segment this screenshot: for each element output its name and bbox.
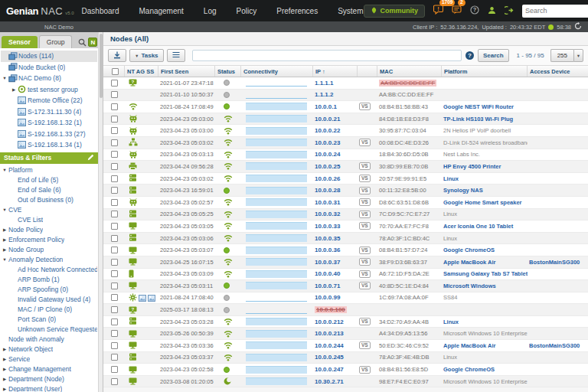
column-header-first[interactable]: First Seen bbox=[158, 66, 215, 77]
row-checkbox[interactable] bbox=[111, 294, 118, 301]
vs-badge[interactable]: VS bbox=[359, 282, 371, 289]
filter-item[interactable]: ARP Bomb (1) bbox=[1, 275, 97, 285]
caret-right-icon[interactable]: ▶ bbox=[1, 347, 8, 351]
filter-item[interactable]: MAC / IP Clone (0) bbox=[1, 305, 97, 315]
ip-link[interactable]: 10.0.0.33 bbox=[315, 223, 340, 230]
vs-badge[interactable]: VS bbox=[359, 198, 371, 206]
ip-link[interactable]: 10.0.0.23 bbox=[315, 139, 340, 146]
filter-item[interactable]: ▼Platform bbox=[1, 165, 97, 175]
ip-link[interactable]: 10.0.0.35 bbox=[315, 235, 340, 242]
messages-button[interactable]: 2 bbox=[452, 4, 462, 18]
ip-link[interactable]: 10.0.0.24 bbox=[315, 151, 340, 158]
caret-down-icon[interactable]: ▼ bbox=[1, 257, 8, 262]
platform-value[interactable]: Apple MacBook Air bbox=[443, 259, 495, 266]
platform-value[interactable]: Apple MacBook Air bbox=[443, 342, 495, 349]
row-checkbox[interactable] bbox=[111, 378, 118, 385]
view-options-button[interactable] bbox=[167, 49, 185, 62]
filter-item[interactable]: ▶Node Policy bbox=[1, 225, 97, 235]
row-checkbox[interactable] bbox=[111, 235, 118, 242]
column-header-access[interactable]: Access Device bbox=[528, 66, 588, 77]
export-button[interactable] bbox=[108, 49, 126, 62]
tree-item[interactable]: S-192.168.1.32 (1) bbox=[1, 117, 97, 129]
row-checkbox[interactable] bbox=[111, 151, 118, 158]
ip-link[interactable]: 10.0.0.32 bbox=[315, 211, 340, 217]
nav-policy[interactable]: Policy bbox=[237, 7, 257, 15]
tree-search-tool[interactable] bbox=[77, 38, 87, 47]
row-checkbox[interactable] bbox=[111, 139, 118, 146]
row-checkbox[interactable] bbox=[111, 127, 118, 134]
row-checkbox[interactable] bbox=[111, 116, 118, 122]
row-checkbox[interactable] bbox=[111, 163, 118, 170]
filter-item[interactable]: Invalid Gateway Used (4) bbox=[1, 295, 97, 305]
app-logo[interactable]: GenianNACv5.0 bbox=[6, 5, 74, 17]
vs-badge[interactable]: VS bbox=[359, 139, 371, 146]
row-checkbox[interactable] bbox=[111, 366, 118, 373]
row-checkbox[interactable] bbox=[111, 91, 118, 98]
tree-item[interactable]: S-192.168.1.33 (27) bbox=[1, 129, 97, 140]
ip-link[interactable]: 10.0.0.31 bbox=[315, 199, 340, 206]
row-checkbox[interactable] bbox=[111, 342, 118, 349]
vs-badge[interactable]: VS bbox=[359, 175, 371, 182]
access-device-link[interactable]: BostonMainSG300 bbox=[529, 259, 580, 266]
ip-link[interactable]: 10.0.0.244 bbox=[315, 342, 344, 349]
ip-link[interactable]: 10.0.0.245 bbox=[315, 354, 344, 361]
row-checkbox[interactable] bbox=[111, 318, 118, 325]
ip-link[interactable]: 10.0.0.36 bbox=[315, 247, 340, 253]
new-node-tool[interactable]: N bbox=[88, 38, 97, 47]
row-checkbox[interactable] bbox=[111, 306, 118, 313]
ip-link[interactable]: 10.30.2.71 bbox=[315, 378, 344, 385]
tree-item[interactable]: ▶test sensor group bbox=[1, 84, 97, 96]
filter-item[interactable]: ▶Change Management bbox=[1, 364, 97, 374]
platform-value[interactable]: Microsoft Windows bbox=[443, 283, 496, 289]
filter-item[interactable]: ARP Spoofing (0) bbox=[1, 285, 97, 295]
search-help-icon[interactable]: ? bbox=[466, 51, 474, 60]
column-header-mac[interactable]: MAC bbox=[377, 66, 442, 77]
filter-item[interactable]: End of Sale (6) bbox=[1, 185, 97, 195]
nav-dashboard[interactable]: Dashboard bbox=[82, 7, 119, 15]
filter-item[interactable]: ▶Node Group bbox=[1, 245, 97, 255]
ip-link[interactable]: 10.0.0.26 bbox=[315, 175, 340, 182]
edit-filters-icon[interactable] bbox=[87, 154, 94, 162]
row-checkbox[interactable] bbox=[111, 283, 118, 289]
ip-link[interactable]: 10.0.0.247 bbox=[315, 366, 344, 373]
platform-value[interactable]: Google Home Smart speaker bbox=[443, 199, 522, 206]
ip-link[interactable]: 1.1.1.2 bbox=[315, 91, 333, 98]
ip-link[interactable]: 10.0.0.100 bbox=[315, 306, 347, 313]
vs-badge[interactable]: VS bbox=[359, 103, 371, 110]
ip-link[interactable]: 10.0.0.37 bbox=[315, 259, 340, 266]
tree-item[interactable]: S-172.31.11.30 (4) bbox=[1, 106, 97, 118]
tasks-button[interactable]: ▼Tasks bbox=[129, 49, 164, 62]
logout-button[interactable] bbox=[505, 4, 514, 18]
filter-item[interactable]: Node with Anomaly bbox=[1, 335, 97, 345]
row-checkbox[interactable] bbox=[111, 187, 118, 194]
tab-group[interactable]: Group bbox=[39, 35, 73, 48]
filter-item[interactable]: ▼CVE bbox=[1, 205, 97, 215]
column-header-vs[interactable] bbox=[358, 66, 377, 77]
platform-value[interactable]: Google ChromeOS bbox=[443, 366, 495, 373]
filter-item[interactable]: End of Life (5) bbox=[1, 175, 97, 185]
column-header-conn[interactable]: Connectivity bbox=[241, 66, 313, 77]
row-checkbox[interactable] bbox=[111, 330, 118, 337]
alerts-button[interactable]: ! 1709 bbox=[433, 4, 443, 18]
platform-value[interactable]: Samsung Galaxy Tab S7 Tablet bbox=[443, 270, 528, 277]
caret-right-icon[interactable]: ▶ bbox=[1, 387, 8, 391]
vs-badge[interactable]: VS bbox=[359, 318, 371, 325]
caret-right-icon[interactable]: ▶ bbox=[1, 357, 8, 361]
vs-badge[interactable]: VS bbox=[359, 222, 371, 230]
ip-link[interactable]: 10.0.0.212 bbox=[315, 318, 344, 325]
filter-item[interactable]: ▶Department (Node) bbox=[1, 374, 97, 384]
user-button[interactable] bbox=[488, 4, 496, 18]
column-header-ip[interactable]: IP ↑ bbox=[313, 66, 358, 77]
vs-badge[interactable]: VS bbox=[359, 187, 371, 194]
filter-item[interactable]: ▶Enforcement Policy bbox=[1, 235, 97, 245]
filter-item[interactable]: Unknown Service Requested (0) bbox=[1, 325, 97, 335]
row-checkbox[interactable] bbox=[111, 103, 118, 110]
ip-link[interactable]: 10.0.0.213 bbox=[315, 330, 344, 337]
page-size-select[interactable]: 255 ▼ bbox=[550, 49, 583, 62]
ip-link[interactable]: 1.1.1.1 bbox=[315, 80, 333, 87]
caret-right-icon[interactable]: ▶ bbox=[1, 247, 8, 252]
tree-item[interactable]: Node Bucket (0) bbox=[1, 62, 97, 74]
tree-item[interactable]: ▼NAC Demo (8) bbox=[1, 73, 97, 84]
ip-link[interactable]: 10.0.0.25 bbox=[315, 163, 340, 170]
ip-link[interactable]: 10.0.0.22 bbox=[315, 127, 340, 134]
